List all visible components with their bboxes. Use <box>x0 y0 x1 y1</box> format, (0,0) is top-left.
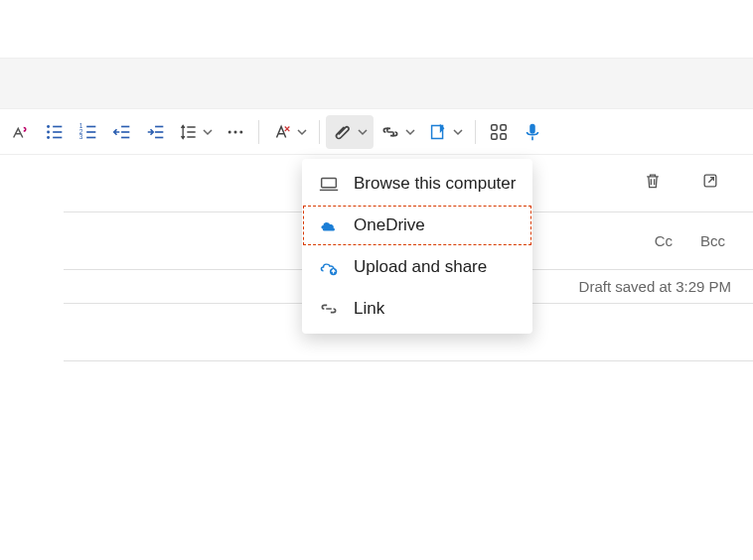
svg-rect-26 <box>492 133 498 139</box>
ribbon-background <box>0 58 753 109</box>
svg-rect-25 <box>501 124 507 130</box>
text-style-icon <box>271 121 293 143</box>
draft-status-text: Draft saved at 3:29 PM <box>579 278 731 295</box>
apps-button[interactable] <box>482 115 516 149</box>
attach-button[interactable] <box>326 115 374 149</box>
chevron-down-icon <box>453 127 463 137</box>
svg-point-1 <box>47 130 50 133</box>
bulleted-list-icon <box>44 121 66 143</box>
toolbar-separator <box>319 120 320 144</box>
attach-browse-computer[interactable]: Browse this computer <box>302 163 532 205</box>
cc-button[interactable]: Cc <box>655 232 673 249</box>
numbered-list-button[interactable]: 1 2 3 <box>72 115 105 149</box>
paperclip-icon <box>332 121 354 143</box>
laptop-icon <box>318 173 340 195</box>
text-style-button[interactable] <box>265 115 313 149</box>
chevron-down-icon <box>405 127 415 137</box>
popout-icon <box>700 171 720 196</box>
popout-button[interactable] <box>695 169 725 199</box>
attach-upload-share[interactable]: Upload and share <box>302 246 532 288</box>
decrease-indent-button[interactable] <box>105 115 139 149</box>
bulleted-list-button[interactable] <box>38 115 72 149</box>
svg-text:3: 3 <box>79 133 83 140</box>
increase-indent-button[interactable] <box>139 115 173 149</box>
attach-link[interactable]: Link <box>302 288 532 330</box>
link-icon <box>379 121 401 143</box>
svg-rect-27 <box>501 133 507 139</box>
bcc-button[interactable]: Bcc <box>700 232 725 249</box>
attach-menu: Browse this computer OneDrive Upload and… <box>302 159 532 334</box>
numbered-list-icon: 1 2 3 <box>77 121 99 143</box>
line-spacing-button[interactable] <box>173 115 219 149</box>
discard-draft-button[interactable] <box>638 169 668 199</box>
menu-item-label: Link <box>354 299 384 319</box>
trash-icon <box>643 171 663 196</box>
microphone-icon <box>522 121 543 143</box>
window-top-gap <box>0 0 753 58</box>
dictate-button[interactable] <box>516 115 549 149</box>
svg-point-2 <box>47 136 50 139</box>
decrease-indent-icon <box>111 121 133 143</box>
svg-rect-30 <box>322 179 337 188</box>
menu-item-label: OneDrive <box>354 215 425 235</box>
toolbar-separator <box>258 120 259 144</box>
chevron-down-icon <box>203 127 213 137</box>
insert-link-button[interactable] <box>374 115 421 149</box>
clear-formatting-icon <box>10 121 32 143</box>
more-options-button[interactable] <box>219 115 252 149</box>
apps-grid-icon <box>488 121 510 143</box>
menu-item-label: Upload and share <box>354 257 487 277</box>
link-icon <box>318 298 340 320</box>
svg-point-23 <box>239 130 242 133</box>
toolbar-separator <box>475 120 476 144</box>
menu-item-label: Browse this computer <box>354 174 516 194</box>
svg-rect-28 <box>529 123 535 133</box>
upload-share-icon <box>318 256 340 278</box>
formatting-toolbar: 1 2 3 <box>0 109 753 155</box>
signature-icon <box>427 121 449 143</box>
svg-point-22 <box>234 130 237 133</box>
ellipsis-icon <box>226 122 245 142</box>
svg-point-21 <box>228 130 231 133</box>
attach-onedrive[interactable]: OneDrive <box>302 205 532 246</box>
line-spacing-icon <box>179 122 199 142</box>
chevron-down-icon <box>358 127 368 137</box>
signature-button[interactable] <box>421 115 469 149</box>
svg-point-0 <box>47 125 50 128</box>
onedrive-icon <box>318 214 340 236</box>
svg-rect-24 <box>492 124 498 130</box>
clear-formatting-button[interactable] <box>4 115 38 149</box>
increase-indent-icon <box>145 121 167 143</box>
chevron-down-icon <box>297 127 307 137</box>
